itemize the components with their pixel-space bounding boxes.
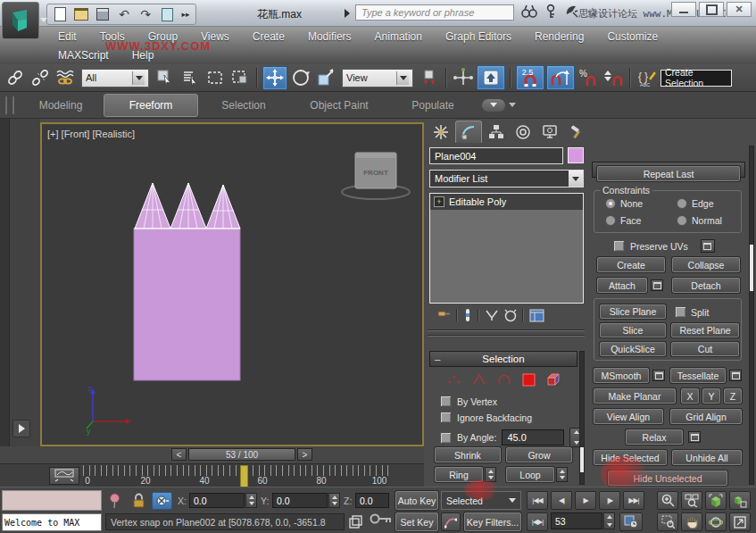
select-and-scale-button[interactable] xyxy=(314,67,337,89)
menu-group[interactable]: Group xyxy=(137,28,189,46)
minimize-button[interactable] xyxy=(671,2,696,17)
maxscript-mini-listener[interactable] xyxy=(2,490,102,511)
edge-radio[interactable] xyxy=(677,198,687,209)
z-coord-field[interactable]: 0.0 xyxy=(355,493,389,508)
by-angle-checkbox[interactable] xyxy=(440,432,452,444)
quickslice-button[interactable]: QuickSlice xyxy=(600,342,666,356)
menu-graph-editors[interactable]: Graph Editors xyxy=(434,28,523,46)
grid-align-button[interactable]: Grid Align xyxy=(670,409,742,424)
viewport-label[interactable]: [+] [Front] [Realistic] xyxy=(47,129,135,139)
tessellate-settings-button[interactable] xyxy=(729,370,742,381)
menu-maxscript[interactable]: MAXScript xyxy=(46,46,120,64)
polygon-subobject-icon-active[interactable] xyxy=(522,373,536,387)
constraint-edge[interactable]: Edge xyxy=(677,198,714,209)
rectangular-selection-region-button[interactable] xyxy=(204,67,227,89)
menu-help[interactable]: Help xyxy=(120,46,166,64)
percent-snap-toggle-button[interactable]: % xyxy=(577,67,600,89)
select-and-move-button[interactable] xyxy=(262,66,287,90)
bind-to-spacewarp-button[interactable] xyxy=(54,67,77,89)
tab-create[interactable] xyxy=(428,121,453,143)
search-input[interactable]: Type a keyword or phrase xyxy=(355,4,514,21)
app-menu-arrow-icon[interactable] xyxy=(40,18,47,22)
by-angle-field[interactable]: 45.0 xyxy=(502,429,564,446)
tab-freeform[interactable]: Freeform xyxy=(104,94,198,117)
tab-utilities[interactable] xyxy=(564,121,589,143)
tab-motion[interactable] xyxy=(511,121,536,143)
mini-curve-editor-button[interactable] xyxy=(49,467,79,485)
selection-lock-icon[interactable] xyxy=(132,493,145,508)
frame-spinner[interactable] xyxy=(603,512,615,529)
planar-z-button[interactable]: Z xyxy=(724,388,742,404)
menu-modifiers[interactable]: Modifiers xyxy=(296,28,363,46)
zoom-button[interactable] xyxy=(657,491,678,510)
attach-settings-button[interactable] xyxy=(651,279,663,291)
tab-populate[interactable]: Populate xyxy=(389,95,477,116)
preserve-uvs-settings-button[interactable] xyxy=(701,239,715,253)
application-menu-button[interactable] xyxy=(2,2,39,39)
none-radio[interactable] xyxy=(605,198,616,209)
save-file-button[interactable] xyxy=(93,5,112,23)
collapse-button[interactable]: Collapse xyxy=(672,257,740,272)
set-key-button[interactable]: Set Key xyxy=(395,512,438,531)
make-unique-icon[interactable] xyxy=(485,309,499,321)
current-frame-field[interactable]: 53 xyxy=(551,512,602,529)
x-coord-field[interactable]: 0.0 xyxy=(189,493,245,508)
hide-unselected-button[interactable]: Hide Unselected xyxy=(608,471,727,486)
grid-settings-icon[interactable] xyxy=(348,514,363,529)
tab-hierarchy[interactable] xyxy=(484,121,509,143)
timeline-playhead[interactable] xyxy=(240,465,248,488)
by-vertex-checkbox[interactable] xyxy=(440,396,452,407)
snaps-toggle-button[interactable]: 2.5 xyxy=(516,65,544,90)
menu-animation[interactable]: Animation xyxy=(363,28,434,46)
close-button[interactable]: ✕ xyxy=(727,2,752,17)
ribbon-options-arrow-icon[interactable] xyxy=(509,103,516,107)
previous-frame-button[interactable]: ◀| xyxy=(551,491,572,510)
select-and-link-button[interactable] xyxy=(4,67,27,89)
planar-y-button[interactable]: Y xyxy=(702,388,720,404)
maximize-button[interactable] xyxy=(699,2,724,17)
tessellate-button[interactable]: Tessellate xyxy=(670,368,726,383)
detach-button[interactable]: Detach xyxy=(672,278,740,293)
time-configuration-button[interactable] xyxy=(619,512,643,531)
selection-rollout-header[interactable]: – Selection xyxy=(429,351,577,367)
select-object-button[interactable] xyxy=(154,67,177,89)
reset-plane-button[interactable]: Reset Plane xyxy=(671,323,739,337)
unhide-all-button[interactable]: Unhide All xyxy=(672,450,742,465)
ring-spinner[interactable] xyxy=(485,467,496,482)
view-align-button[interactable]: View Align xyxy=(594,409,663,424)
attach-button[interactable]: Attach xyxy=(597,278,647,293)
select-by-name-button[interactable] xyxy=(179,67,202,89)
slice-button[interactable]: Slice xyxy=(600,323,666,337)
next-frame-slider-button[interactable]: > xyxy=(297,448,312,461)
notification-balloon-icon[interactable] xyxy=(109,493,120,509)
scrollbar-handle[interactable] xyxy=(750,245,753,291)
loop-button[interactable]: Loop xyxy=(506,467,554,482)
time-slider-handle[interactable]: 53 / 100 xyxy=(188,448,295,461)
timeline-ruler[interactable]: 0 20 40 60 80 100 xyxy=(83,465,388,487)
edit-named-selections-button[interactable]: {}ABC xyxy=(636,67,659,89)
normal-radio[interactable] xyxy=(677,215,687,226)
configure-modifier-sets-icon[interactable] xyxy=(529,309,544,322)
tab-selection[interactable]: Selection xyxy=(198,95,289,116)
menu-edit[interactable]: Edit xyxy=(46,28,88,46)
planar-x-button[interactable]: X xyxy=(681,388,699,404)
play-button[interactable]: ▶ xyxy=(575,491,596,510)
spinner-snap-toggle-button[interactable] xyxy=(602,67,625,89)
search-expand-icon[interactable] xyxy=(345,9,350,18)
new-scene-button[interactable] xyxy=(50,5,70,23)
key-filters-button[interactable]: Key Filters... xyxy=(464,512,521,531)
select-and-manipulate-button[interactable] xyxy=(452,67,475,89)
show-end-result-icon[interactable] xyxy=(463,308,472,322)
key-mode-toggle-button[interactable]: |◀▶| xyxy=(527,512,548,531)
object-name-field[interactable]: Plane004 xyxy=(429,147,563,164)
search-binoculars-icon[interactable] xyxy=(521,4,537,20)
listener-output[interactable]: Welcome to MAX xyxy=(2,513,102,531)
relax-settings-button[interactable] xyxy=(688,431,701,443)
absolute-mode-toggle-button[interactable] xyxy=(152,492,172,510)
loop-spinner[interactable] xyxy=(556,467,568,482)
make-planar-button[interactable]: Make Planar xyxy=(594,388,676,404)
undo-button[interactable]: ↶ xyxy=(114,5,134,23)
track-bar[interactable]: 0 20 40 60 80 100 xyxy=(0,463,424,487)
vertex-subobject-icon[interactable] xyxy=(447,373,461,386)
repeat-last-button[interactable]: Repeat Last xyxy=(597,166,740,181)
